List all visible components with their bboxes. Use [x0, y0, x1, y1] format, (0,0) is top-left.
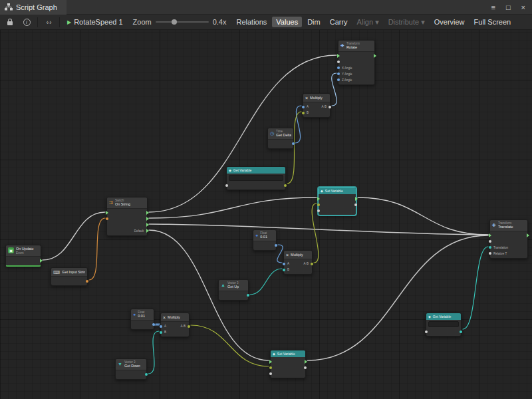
- node-on-update[interactable]: ▣On UpdateEvent: [5, 245, 41, 267]
- window-maximize-icon[interactable]: □: [506, 3, 511, 11]
- toolbar-button-overview[interactable]: Overview: [430, 17, 469, 27]
- right-exec-port[interactable]: [40, 259, 43, 263]
- toolbar-button-relations[interactable]: Relations: [232, 17, 271, 27]
- port-label: A·B: [303, 262, 309, 265]
- right-value-port[interactable]: [292, 142, 295, 145]
- zoom-slider[interactable]: [156, 21, 209, 23]
- left-exec-port[interactable]: [106, 211, 108, 215]
- node-header: ×Multiply: [161, 313, 189, 322]
- toolbar-button-dim[interactable]: Dim: [303, 17, 325, 27]
- zoom-slider-thumb[interactable]: [172, 19, 177, 25]
- toolbar-button-values[interactable]: Values: [272, 17, 302, 27]
- left-value-port[interactable]: [337, 78, 340, 81]
- node-multiply-3[interactable]: ×MultiplyAA·BB: [160, 313, 190, 337]
- node-get-variable-1[interactable]: ◆Get Variable: [226, 166, 286, 190]
- right-value-port[interactable]: [311, 263, 313, 265]
- window-close-icon[interactable]: ×: [521, 3, 525, 11]
- left-value-port[interactable]: [425, 331, 428, 333]
- left-value-port[interactable]: [337, 66, 340, 69]
- left-value-port[interactable]: [283, 269, 285, 271]
- right-exec-port[interactable]: [146, 223, 149, 227]
- left-value-port[interactable]: [337, 72, 340, 75]
- left-value-port[interactable]: [269, 366, 272, 369]
- node-set-variable-2[interactable]: ◆Set Variable: [270, 350, 306, 378]
- right-value-port[interactable]: [304, 366, 307, 369]
- toolbar-button-align[interactable]: Align ▾: [353, 17, 383, 28]
- left-exec-port[interactable]: [317, 197, 320, 201]
- right-exec-port[interactable]: [146, 217, 149, 221]
- node-title: Multiply: [291, 253, 303, 257]
- left-value-port[interactable]: [317, 203, 320, 206]
- left-value-port[interactable]: [160, 325, 162, 328]
- node-multiply-2[interactable]: ×MultiplyAA·BB: [283, 250, 313, 275]
- right-value-port[interactable]: [284, 184, 287, 187]
- toolbar-button-carry[interactable]: Carry: [326, 17, 352, 27]
- right-exec-port[interactable]: [146, 211, 149, 215]
- node-row: [319, 207, 356, 213]
- variable-name-field[interactable]: [229, 175, 283, 181]
- right-exec-port[interactable]: [355, 197, 358, 201]
- node-rotate[interactable]: ✚TransformRotateX AngleY AngleZ Angle: [338, 40, 375, 85]
- variable-name-field[interactable]: [428, 321, 459, 327]
- left-value-port[interactable]: [489, 240, 491, 243]
- node-get-input-string[interactable]: ⌨Get Input Strin: [51, 267, 88, 286]
- node-get-down[interactable]: ▼Vector 3Get Down: [115, 358, 147, 380]
- node-float-1[interactable]: ●Float0.01: [253, 229, 277, 251]
- left-value-port[interactable]: [302, 106, 305, 108]
- toolbar-button-full-screen[interactable]: Full Screen: [470, 17, 515, 27]
- node-multiply-1[interactable]: ×MultiplyAA·BB: [303, 93, 331, 118]
- node-switch-on-string[interactable]: ⇉SwitchOn StringDefault: [106, 197, 148, 236]
- toolbar-button-distribute[interactable]: Distribute ▾: [384, 17, 429, 28]
- info-icon[interactable]: i: [19, 16, 34, 28]
- graph-name[interactable]: ▶ RotateSpeed 1: [63, 18, 127, 26]
- left-value-port[interactable]: [337, 61, 340, 63]
- variable-node-header: ◆Set Variable: [271, 350, 305, 357]
- right-exec-port[interactable]: [374, 54, 376, 58]
- wire-getdown-to-multiply3: [148, 331, 159, 374]
- right-value-port[interactable]: [152, 323, 155, 326]
- left-value-port[interactable]: [106, 217, 108, 220]
- code-icon[interactable]: ‹·›: [41, 16, 56, 28]
- right-value-port[interactable]: [247, 294, 249, 297]
- port-label: Relative T: [493, 252, 507, 255]
- left-value-port[interactable]: [489, 252, 491, 255]
- left-value-port[interactable]: [269, 372, 272, 375]
- right-exec-port[interactable]: [527, 233, 529, 237]
- node-translate[interactable]: ✚TransformTranslateTranslationRelative T: [489, 219, 528, 259]
- right-value-port[interactable]: [460, 331, 462, 333]
- left-value-port[interactable]: [302, 112, 305, 114]
- left-value-port[interactable]: [225, 184, 228, 187]
- node-get-delta-time[interactable]: ◷TimeGet Delta Time: [267, 128, 294, 149]
- right-value-port[interactable]: [329, 106, 331, 108]
- right-value-port[interactable]: [354, 203, 357, 206]
- node-float-2[interactable]: ●Float0.01: [130, 309, 154, 330]
- port-label: A·B: [321, 105, 327, 108]
- right-exec-port[interactable]: [305, 360, 307, 364]
- multiply-1-icon: ×: [305, 96, 308, 100]
- left-value-port[interactable]: [317, 209, 320, 212]
- left-value-port[interactable]: [489, 246, 491, 249]
- left-value-port[interactable]: [160, 331, 162, 334]
- node-header: ×Multiply: [284, 251, 312, 259]
- window-menu-icon[interactable]: ≡: [491, 3, 495, 11]
- left-value-port[interactable]: [283, 263, 285, 265]
- right-value-port[interactable]: [188, 325, 190, 328]
- lock-icon[interactable]: [3, 16, 17, 28]
- right-exec-port[interactable]: [146, 229, 149, 233]
- left-exec-port[interactable]: [269, 360, 272, 364]
- right-value-port[interactable]: [145, 373, 148, 376]
- node-get-up[interactable]: ▲Vector 3Get Up: [218, 279, 249, 301]
- right-value-port[interactable]: [86, 280, 88, 283]
- node-title: On String: [115, 202, 130, 207]
- node-get-variable-2[interactable]: ◆Get Variable: [426, 313, 462, 336]
- left-exec-port[interactable]: [337, 54, 340, 58]
- graph-canvas[interactable]: ✚TransformRotateX AngleY AngleZ Angle×Mu…: [0, 0, 532, 399]
- node-set-variable-1[interactable]: ◆Set Variable: [318, 187, 356, 215]
- right-value-port[interactable]: [275, 244, 277, 247]
- toolbar-separator: [37, 17, 38, 27]
- get-delta-time-icon: ◷: [270, 131, 274, 136]
- node-header: ●Float0.01: [253, 230, 276, 241]
- variable-node-title: Set Variable: [277, 352, 295, 356]
- tab-script-graph[interactable]: Script Graph: [0, 0, 66, 15]
- left-exec-port[interactable]: [489, 233, 491, 237]
